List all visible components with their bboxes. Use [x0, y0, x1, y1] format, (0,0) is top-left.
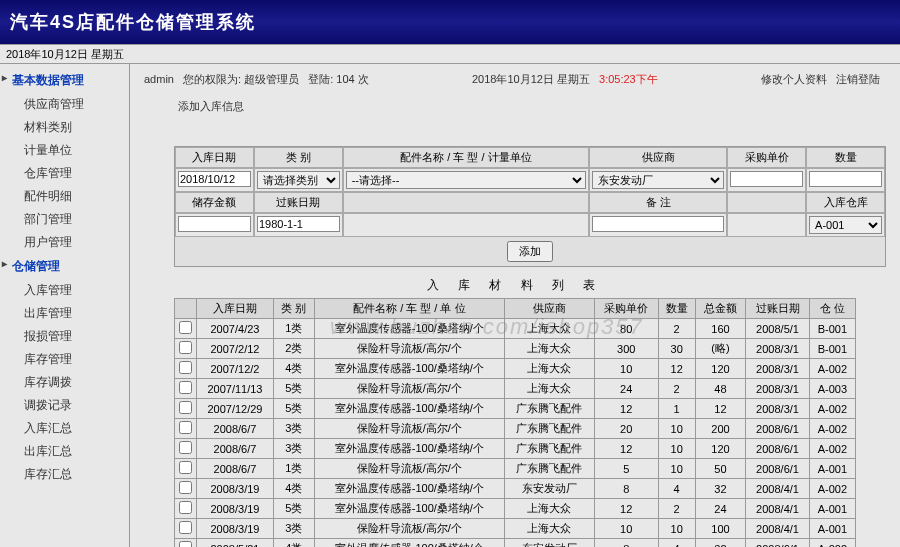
- row-checkbox[interactable]: [179, 381, 192, 394]
- table-cell: 2008/6/7: [197, 439, 274, 459]
- table-cell: 2008/5/1: [746, 319, 810, 339]
- table-cell: B-001: [809, 319, 855, 339]
- form-header: 供应商: [589, 147, 727, 168]
- table-cell: A-002: [809, 539, 855, 548]
- input-amount[interactable]: [178, 216, 251, 232]
- row-checkbox[interactable]: [179, 461, 192, 474]
- sidebar-item[interactable]: 调拨记录: [0, 394, 129, 417]
- table-row: 2007/2/122类保险杆导流板/高尔/个上海大众30030(略)2008/3…: [175, 339, 856, 359]
- add-button[interactable]: 添加: [507, 241, 553, 262]
- row-checkbox[interactable]: [179, 521, 192, 534]
- sidebar-item[interactable]: 仓库管理: [0, 162, 129, 185]
- row-checkbox[interactable]: [179, 361, 192, 374]
- form-header: 配件名称 / 车 型 / 计量单位: [343, 147, 589, 168]
- table-cell: 5类: [273, 499, 314, 519]
- table-cell: 2008/5/21: [197, 539, 274, 548]
- table-cell: 4类: [273, 479, 314, 499]
- select-supplier[interactable]: 东安发动厂: [592, 171, 724, 189]
- row-checkbox[interactable]: [179, 481, 192, 494]
- row-checkbox[interactable]: [179, 321, 192, 334]
- input-qty[interactable]: [809, 171, 882, 187]
- sidebar-group-basic[interactable]: 基本数据管理: [0, 68, 129, 93]
- select-warehouse[interactable]: A-001: [809, 216, 882, 234]
- table-cell: 上海大众: [504, 379, 594, 399]
- table-cell: 2007/4/23: [197, 319, 274, 339]
- row-checkbox[interactable]: [179, 441, 192, 454]
- table-cell: 10: [658, 419, 695, 439]
- sidebar-item[interactable]: 报损管理: [0, 325, 129, 348]
- col-checkbox: [175, 299, 197, 319]
- link-edit-profile[interactable]: 修改个人资料: [761, 73, 827, 85]
- sidebar-item[interactable]: 库存调拨: [0, 371, 129, 394]
- table-header: 类 别: [273, 299, 314, 319]
- sidebar-item[interactable]: 入库管理: [0, 279, 129, 302]
- table-cell: (略): [695, 339, 745, 359]
- table-cell: 32: [695, 479, 745, 499]
- input-price[interactable]: [730, 171, 803, 187]
- table-cell: 2008/6/1: [746, 419, 810, 439]
- row-checkbox[interactable]: [179, 341, 192, 354]
- table-cell: 24: [594, 379, 658, 399]
- table-cell: 2008/6/1: [746, 439, 810, 459]
- select-part[interactable]: --请选择--: [346, 171, 586, 189]
- role-label: 您的权限为: 超级管理员: [183, 73, 299, 85]
- table-cell: 保险杆导流板/高尔/个: [314, 379, 504, 399]
- sidebar-item[interactable]: 库存汇总: [0, 463, 129, 486]
- table-cell: A-001: [809, 499, 855, 519]
- table-row: 2008/5/214类室外温度传感器-100/桑塔纳/个东安发动厂8432200…: [175, 539, 856, 548]
- table-cell: 2008/6/7: [197, 459, 274, 479]
- table-cell: 10: [594, 519, 658, 539]
- table-cell: 室外温度传感器-100/桑塔纳/个: [314, 399, 504, 419]
- sidebar-group-storage[interactable]: 仓储管理: [0, 254, 129, 279]
- sidebar-item[interactable]: 配件明细: [0, 185, 129, 208]
- table-cell: 保险杆导流板/高尔/个: [314, 459, 504, 479]
- sidebar-item[interactable]: 入库汇总: [0, 417, 129, 440]
- table-cell: 12: [594, 439, 658, 459]
- table-cell: 300: [594, 339, 658, 359]
- sidebar-item[interactable]: 用户管理: [0, 231, 129, 254]
- table-cell: 室外温度传感器-100/桑塔纳/个: [314, 499, 504, 519]
- table-cell: 10: [658, 519, 695, 539]
- sidebar-item[interactable]: 材料类别: [0, 116, 129, 139]
- row-checkbox[interactable]: [179, 501, 192, 514]
- sidebar-item[interactable]: 库存管理: [0, 348, 129, 371]
- link-logout[interactable]: 注销登陆: [836, 73, 880, 85]
- table-cell: 上海大众: [504, 319, 594, 339]
- table-cell: 32: [695, 539, 745, 548]
- table-cell: A-002: [809, 399, 855, 419]
- table-cell: A-002: [809, 419, 855, 439]
- table-header: 仓 位: [809, 299, 855, 319]
- table-cell: 2008/3/19: [197, 499, 274, 519]
- sidebar-item[interactable]: 出库管理: [0, 302, 129, 325]
- row-checkbox[interactable]: [179, 541, 192, 547]
- table-cell: 2007/2/12: [197, 339, 274, 359]
- select-category[interactable]: 请选择类别: [257, 171, 340, 189]
- table-cell: 室外温度传感器-100/桑塔纳/个: [314, 479, 504, 499]
- table-row: 2008/6/73类室外温度传感器-100/桑塔纳/个广东腾飞配件1210120…: [175, 439, 856, 459]
- sidebar-item[interactable]: 供应商管理: [0, 93, 129, 116]
- form-header: [343, 192, 589, 213]
- input-date[interactable]: [178, 171, 251, 187]
- table-title: 入 库 材 料 列 表: [144, 277, 886, 294]
- table-cell: 120: [695, 359, 745, 379]
- input-remark[interactable]: [592, 216, 724, 232]
- table-cell: 3类: [273, 439, 314, 459]
- form-header: 入库仓库: [806, 192, 885, 213]
- form-header: 采购单价: [727, 147, 806, 168]
- top-info-bar: admin 您的权限为: 超级管理员 登陆: 104 次 2018年10月12日…: [144, 72, 886, 87]
- table-cell: 8: [594, 539, 658, 548]
- table-cell: 120: [695, 439, 745, 459]
- table-cell: 上海大众: [504, 339, 594, 359]
- row-checkbox[interactable]: [179, 401, 192, 414]
- sidebar-item[interactable]: 计量单位: [0, 139, 129, 162]
- input-postdate[interactable]: [257, 216, 340, 232]
- table-cell: 5类: [273, 399, 314, 419]
- table-cell: 2008/4/1: [746, 519, 810, 539]
- row-checkbox[interactable]: [179, 421, 192, 434]
- table-cell: 10: [658, 459, 695, 479]
- table-cell: 4类: [273, 359, 314, 379]
- sidebar-item[interactable]: 部门管理: [0, 208, 129, 231]
- table-row: 2007/11/135类保险杆导流板/高尔/个上海大众242482008/3/1…: [175, 379, 856, 399]
- sidebar-item[interactable]: 出库汇总: [0, 440, 129, 463]
- table-cell: 东安发动厂: [504, 479, 594, 499]
